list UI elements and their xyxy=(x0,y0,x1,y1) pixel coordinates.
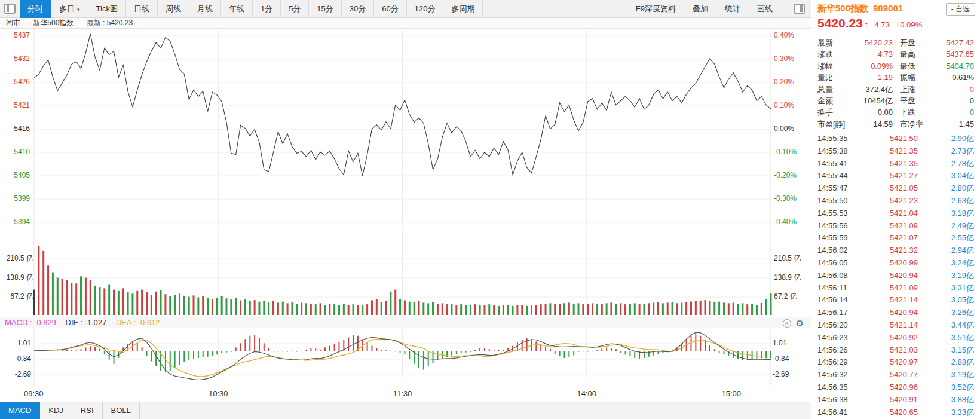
tick-volume: 2.73亿 xyxy=(918,145,974,158)
toolbar-action-画线[interactable]: 画线 xyxy=(757,4,773,14)
tick-row[interactable]: 14:56:235420.923.51亿 xyxy=(817,332,974,344)
tick-row[interactable]: 14:56:085420.943.19亿 xyxy=(817,270,974,282)
toolbar-tab-周线[interactable]: 周线 xyxy=(158,0,189,18)
tick-row[interactable]: 14:56:265421.033.15亿 xyxy=(817,344,974,357)
tick-row[interactable]: 14:55:355421.502.90亿 xyxy=(817,133,974,145)
tick-row[interactable]: 14:56:175420.943.26亿 xyxy=(817,307,974,319)
tick-row[interactable]: 14:55:505421.232.63亿 xyxy=(817,195,974,207)
volume-bar xyxy=(282,302,284,315)
tick-volume: 3.05亿 xyxy=(918,294,974,307)
toolbar-tab-5分[interactable]: 5分 xyxy=(281,0,309,18)
indicator-tab-KDJ[interactable]: KDJ xyxy=(40,402,72,419)
volume-bar xyxy=(287,303,289,315)
toolbar-tab-多日[interactable]: 多日▾ xyxy=(51,0,88,18)
toolbar-tab-60分[interactable]: 60分 xyxy=(374,0,406,18)
tick-time: 14:55:59 xyxy=(817,232,866,244)
tick-time: 14:55:47 xyxy=(817,182,866,195)
toolbar-tab-label: 60分 xyxy=(382,4,398,13)
remove-favorite-button[interactable]: - 自选 xyxy=(946,3,975,16)
volume-bar xyxy=(742,303,743,315)
panel-toggle-icon[interactable] xyxy=(794,4,805,14)
toolbar-tab-日线[interactable]: 日线 xyxy=(126,0,158,18)
volume-bar xyxy=(451,304,452,315)
quote-field-label: 上涨 xyxy=(893,84,938,95)
volume-bar xyxy=(568,302,570,315)
volume-bar xyxy=(75,283,77,315)
tick-price: 5421.23 xyxy=(866,195,918,207)
tick-list[interactable]: 14:55:355421.502.90亿14:55:385421.352.73亿… xyxy=(811,131,980,419)
tick-row[interactable]: 14:55:595421.072.55亿 xyxy=(817,232,974,244)
toolbar-tab-多周期[interactable]: 多周期 xyxy=(443,0,483,18)
quote-field-label: 市盈[静] xyxy=(817,118,852,130)
volume-bar xyxy=(695,301,697,315)
tick-row[interactable]: 14:56:415420.653.33亿 xyxy=(817,406,974,419)
tick-row[interactable]: 14:55:475421.052.80亿 xyxy=(817,182,974,195)
volume-bar xyxy=(653,302,654,315)
intraday-chart-svg[interactable] xyxy=(0,29,811,386)
macd-header-icons: ✕ ⚙ xyxy=(783,319,804,328)
tick-row[interactable]: 14:56:385420.913.88亿 xyxy=(817,394,974,406)
tick-time: 14:56:14 xyxy=(817,294,866,307)
toolbar-action-统计[interactable]: 统计 xyxy=(725,4,740,14)
volume-bar xyxy=(174,295,176,315)
toolbar: 分时多日▾Tick图日线周线月线年线1分5分15分30分60分120分多周期 F… xyxy=(0,0,811,18)
tick-price: 5420.65 xyxy=(866,406,918,419)
macd-value: MACD : -0.829 xyxy=(5,318,56,327)
toolbar-tab-120分[interactable]: 120分 xyxy=(407,0,444,18)
tick-row[interactable]: 14:56:055420.993.24亿 xyxy=(817,257,974,270)
volume-bar xyxy=(690,302,692,315)
tick-row[interactable]: 14:55:385421.352.73亿 xyxy=(817,145,974,158)
tick-volume: 2.78亿 xyxy=(918,158,974,170)
tick-row[interactable]: 14:56:355420.963.52亿 xyxy=(817,381,974,394)
toolbar-tab-分时[interactable]: 分时 xyxy=(20,0,51,18)
quote-field-label: 市净率 xyxy=(893,118,938,130)
volume-bar xyxy=(442,303,443,315)
volume-bar xyxy=(667,302,669,315)
toolbar-tab-1分[interactable]: 1分 xyxy=(253,0,281,18)
tick-row[interactable]: 14:55:535421.043.18亿 xyxy=(817,207,974,220)
indicator-tab-BOLL[interactable]: BOLL xyxy=(103,402,140,419)
tick-row[interactable]: 14:56:025421.322.94亿 xyxy=(817,244,974,257)
toolbar-tab-30分[interactable]: 30分 xyxy=(342,0,374,18)
tick-row[interactable]: 14:56:325420.773.19亿 xyxy=(817,369,974,381)
sidebar-toggle-icon[interactable] xyxy=(4,4,16,14)
toolbar-right: F9深度资料叠加统计画线 xyxy=(636,4,811,14)
toolbar-tab-15分[interactable]: 15分 xyxy=(309,0,341,18)
volume-bar xyxy=(155,292,157,315)
volume-bar xyxy=(353,304,354,315)
volume-bar xyxy=(371,300,373,315)
indicator-tab-RSI[interactable]: RSI xyxy=(72,402,103,419)
volume-bar xyxy=(329,304,330,315)
quote-field-label: 量比 xyxy=(817,72,852,83)
volume-bar xyxy=(80,276,82,315)
volume-bar xyxy=(320,303,321,315)
tick-volume: 3.24亿 xyxy=(918,257,974,270)
volume-bar xyxy=(291,302,293,315)
volume-bar xyxy=(465,305,467,315)
tick-time: 14:55:38 xyxy=(817,145,866,158)
x-axis-time-label: 11:30 xyxy=(390,389,416,398)
toolbar-action-叠加[interactable]: 叠加 xyxy=(693,4,708,14)
volume-bar xyxy=(108,285,110,315)
toolbar-tab-年线[interactable]: 年线 xyxy=(221,0,253,18)
close-indicator-icon[interactable]: ✕ xyxy=(783,319,791,328)
volume-bar xyxy=(432,302,434,315)
volume-bar xyxy=(713,302,715,315)
volume-bar xyxy=(723,302,725,315)
tick-row[interactable]: 14:55:565421.092.49亿 xyxy=(817,220,974,233)
tick-row[interactable]: 14:56:295420.972.88亿 xyxy=(817,356,974,369)
tick-row[interactable]: 14:56:145421.143.05亿 xyxy=(817,294,974,307)
tick-price: 5421.05 xyxy=(866,182,918,195)
volume-bar xyxy=(42,251,44,315)
tick-row[interactable]: 14:55:415421.352.78亿 xyxy=(817,158,974,170)
toolbar-action-F9深度资料[interactable]: F9深度资料 xyxy=(636,4,676,14)
volume-bar xyxy=(272,301,274,315)
indicator-tab-MACD[interactable]: MACD xyxy=(0,402,40,419)
indicator-settings-gear-icon[interactable]: ⚙ xyxy=(796,319,804,328)
tick-row[interactable]: 14:56:115421.093.31亿 xyxy=(817,282,974,295)
toolbar-tab-月线[interactable]: 月线 xyxy=(189,0,221,18)
tick-row[interactable]: 14:56:205421.143.44亿 xyxy=(817,319,974,332)
toolbar-tab-Tick图[interactable]: Tick图 xyxy=(88,0,126,18)
toolbar-tab-label: 年线 xyxy=(229,4,244,13)
tick-row[interactable]: 14:55:445421.273.04亿 xyxy=(817,170,974,182)
